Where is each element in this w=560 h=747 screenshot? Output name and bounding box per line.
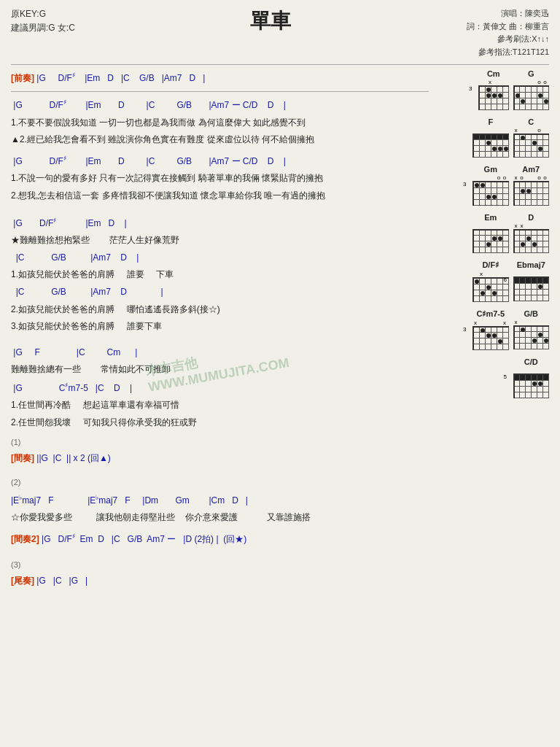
interlude1-line: [間奏] ||G |C || x 2 (回▲) <box>11 451 429 467</box>
section-divider-1 <box>11 91 429 92</box>
header-right: 演唱：陳奕迅 詞：黃偉文 曲：柳重言 參考刷法:X↑↓↑ 參考指法:T121T1… <box>467 7 549 58</box>
header-left: 原KEY:G 建議男調:G 女:C <box>11 7 75 35</box>
chord-gm: Gm o o 3 <box>472 165 509 207</box>
outro-line: [尾奏] |G |C |G | <box>11 573 429 589</box>
chord-gb: G/B x <box>513 309 550 352</box>
verse2-section: |G D/F♯ |Em D |C G/B |Am7 ー C/D D | 1.不說… <box>11 152 429 204</box>
chord-diagram-container: Cm x 3 <box>436 69 549 403</box>
verse1-section: |G D/F♯ |Em D |C G/B |Am7 ー C/D D | 1.不要… <box>11 96 429 148</box>
chord-em: Em <box>472 213 509 255</box>
chord-g: G o o <box>513 69 550 112</box>
bridge-line2-1: 1.如孩兒能伏於爸爸的肩膊 誰要 下車 <box>11 267 429 283</box>
chord-f: F <box>472 117 509 160</box>
chorus-line1: 難離難捨總有一些 常情如此不可推卸 <box>11 362 429 378</box>
header-divider <box>11 64 549 65</box>
singer: 演唱：陳奕迅 <box>467 7 549 20</box>
section2-chords: |E♭maj7 F |E♭maj7 F |Dm Gm |Cm D | <box>11 492 429 509</box>
main-content: [前奏] |G D/F♯ |Em D |C G/B |Am7 D | |G D/… <box>11 69 549 594</box>
prelude-section: [前奏] |G D/F♯ |Em D |C G/B |Am7 D | <box>11 69 429 87</box>
song-title: 單車 <box>75 7 467 35</box>
diagram-pair-em-d: Em <box>436 213 549 255</box>
header: 原KEY:G 建議男調:G 女:C 單車 演唱：陳奕迅 詞：黃偉文 曲：柳重言 … <box>11 7 549 58</box>
outro-section: (3) [尾奏] |G |C |G | <box>11 558 429 589</box>
chorus-section: |G F |C Cm | 難離難捨總有一些 常情如此不可推卸 |G C♯m7-5… <box>11 345 429 431</box>
prelude-chords: |G D/F♯ |Em D |C G/B |Am7 D | <box>36 73 205 83</box>
section3-label: (3) <box>11 558 429 573</box>
bridge-chords1: |G D/F♯ |Em D | <box>11 214 429 232</box>
ref-strumming: 參考刷法:X↑↓↑ <box>467 33 549 46</box>
bridge-chords3: |C G/B |Am7 D | <box>11 285 429 301</box>
page: 原KEY:G 建議男調:G 女:C 單車 演唱：陳奕迅 詞：黃偉文 曲：柳重言 … <box>0 0 560 747</box>
prelude-label: [前奏] <box>11 73 34 83</box>
chord-cshm75: C♯m7-5 x x 3 <box>472 309 509 352</box>
verse1-line1: 1.不要不要假說我知道 一切一切也都是為我而做 為何這麼偉大 如此感覺不到 <box>11 115 429 131</box>
key-original: 原KEY:G <box>11 7 75 21</box>
interlude2-section: [間奏2] |G D/F♯ Em D |C G/B Am7 ー |D (2拍) … <box>11 530 429 548</box>
bridge-section: |G D/F♯ |Em D | ★難離難捨想抱緊些 茫茫人生好像荒野 |C G/… <box>11 214 429 335</box>
verse2-line1: 1.不說一句的愛有多好 只有一次記得實在接觸到 騎著單車的我倆 懷緊貼背的擁抱 <box>11 171 429 187</box>
diagram-pair-gm-am7: Gm o o 3 <box>436 165 549 207</box>
diagram-pair-dfsharp-ebmaj7: D/F♯ x <box>436 260 549 303</box>
interlude1-section: (1) [間奏] ||G |C || x 2 (回▲) <box>11 436 429 467</box>
section2-line: ☆你愛我愛多些 讓我他朝走得堅壯些 你介意來愛護 又靠誰施搭 <box>11 510 429 526</box>
chord-am7: Am7 x o o o <box>513 165 550 207</box>
section2-label: (2) <box>11 476 429 490</box>
chorus-line2-2: 2.任世間怨我壞 可知我只得你承受我的狂或野 <box>11 415 429 431</box>
section2-block: (2) |E♭maj7 F |E♭maj7 F |Dm Gm |Cm D | ☆… <box>11 476 429 526</box>
chord-c: C x o <box>513 117 550 160</box>
interlude1-label: (1) <box>11 436 429 450</box>
verse1-line2: ▲2.經已給我怎會看不到 雖說演你角色實在有難度 從來虛位以待 何不給個擁抱 <box>11 132 429 148</box>
ref-fingering: 參考指法:T121T121 <box>467 46 549 59</box>
verse2-line2: 2.想我,怎去相信這一套 多疼惜我卻不便讓我知道 懷念單車給你我 唯一有過的擁抱 <box>11 188 429 204</box>
bridge-line1: ★難離難捨想抱緊些 茫茫人生好像荒野 <box>11 233 429 249</box>
diagram-pair-cm-g: Cm x 3 <box>436 69 549 112</box>
verse1-chords1: |G D/F♯ |Em D |C G/B |Am7 ー C/D D | <box>11 96 429 114</box>
bridge-line2-2: 2.如孩兒能伏於爸爸的肩膊 哪怕遙遙長路多斜(接☆) <box>11 302 429 318</box>
chorus-line2-1: 1.任世間再冷酷 想起這單車還有幸福可惜 <box>11 398 429 414</box>
chorus-chords2: |G C♯m7-5 |C D | <box>11 379 429 397</box>
verse2-chords1: |G D/F♯ |Em D |C G/B |Am7 ー C/D D | <box>11 152 429 170</box>
interlude2-line: [間奏2] |G D/F♯ Em D |C G/B Am7 ー |D (2拍) … <box>11 530 429 548</box>
bridge-line2-3: 3.如孩兒能伏於爸爸的肩膊 誰要下車 <box>11 319 429 335</box>
bridge-chords2: |C G/B |Am7 D | <box>11 250 429 266</box>
lyricist: 詞：黃偉文 曲：柳重言 <box>467 20 549 34</box>
chord-d: D x x <box>513 213 550 255</box>
chord-ebmaj7: Ebmaj7 6 <box>513 260 550 303</box>
diagram-single-cd: C/D 5 <box>436 357 549 400</box>
chord-cm: Cm x 3 <box>478 69 509 112</box>
lyrics-section: [前奏] |G D/F♯ |Em D |C G/B |Am7 D | |G D/… <box>11 69 429 594</box>
chord-diagrams: Cm x 3 <box>436 69 549 594</box>
diagram-pair-cshm75-gb: C♯m7-5 x x 3 <box>436 309 549 352</box>
key-suggest: 建議男調:G 女:C <box>11 21 75 35</box>
chord-cd: C/D 5 <box>513 357 550 400</box>
prelude-line: [前奏] |G D/F♯ |Em D |C G/B |Am7 D | <box>11 69 429 87</box>
diagram-pair-f-c: F <box>436 117 549 160</box>
chorus-chords1: |G F |C Cm | <box>11 345 429 361</box>
